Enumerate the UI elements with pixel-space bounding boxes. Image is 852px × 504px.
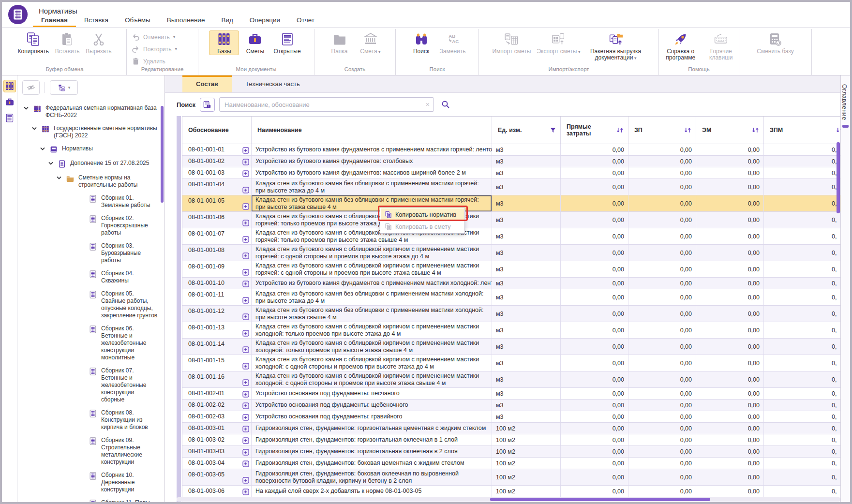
row-zpm-cell[interactable]: 0, (764, 228, 840, 244)
expand-plus-icon[interactable] (242, 170, 249, 177)
hide-panel-button[interactable] (22, 80, 40, 95)
copy-button[interactable]: Копировать (15, 30, 52, 55)
row-value-cell[interactable]: 0,00 (628, 289, 696, 305)
row-value-cell[interactable]: 0,00 (561, 388, 628, 399)
paste-button[interactable]: Вставить (52, 30, 82, 55)
expand-plus-icon[interactable] (242, 187, 249, 193)
row-value-cell[interactable]: 0,00 (628, 423, 696, 434)
row-name-cell[interactable]: Кладка стен из бутового камня с облицовк… (252, 261, 492, 277)
tab-view[interactable]: Вид (213, 14, 241, 27)
tree-node[interactable]: Сборник 01. Земляные работы (17, 192, 164, 212)
row-code-cell[interactable]: 08-01-001-03 (182, 167, 252, 178)
expand-plus-icon[interactable] (242, 236, 249, 243)
row-value-cell[interactable]: 0,00 (696, 322, 764, 338)
table-row[interactable]: 08-01-001-09Кладка стен из бутового камн… (182, 261, 840, 278)
expand-plus-icon[interactable] (242, 437, 249, 444)
row-code-cell[interactable]: 08-01-001-14 (182, 339, 252, 355)
row-zpm-cell[interactable]: 0, (764, 371, 840, 387)
export-estimate-button[interactable]: Экспорт сметы ▾ (534, 30, 583, 55)
row-zpm-cell[interactable]: 0, (764, 458, 840, 469)
row-code-cell[interactable]: 08-01-003-03 (182, 446, 252, 457)
tree-node[interactable]: Сборник 06. Бетонные и железобетонные ко… (17, 322, 164, 364)
row-unit-cell[interactable]: 100 м2 (492, 423, 561, 434)
row-value-cell[interactable]: 0,00 (696, 167, 764, 178)
row-value-cell[interactable]: 0,00 (628, 179, 696, 195)
create-folder-button[interactable]: Папка (325, 30, 355, 55)
row-unit-cell[interactable]: м3 (492, 289, 561, 305)
table-row[interactable]: 08-01-001-03Устройство из бутового камня… (182, 167, 840, 179)
row-value-cell[interactable]: 0,00 (696, 212, 764, 228)
row-name-cell[interactable]: Устройство основания под фундаменты: гра… (252, 411, 492, 422)
row-name-cell[interactable]: Устройство из бутового камня фундаментов… (252, 167, 492, 178)
row-name-cell[interactable]: Устройство из бутового камня фундаментов… (252, 278, 492, 289)
change-base-button[interactable]: Сменить базу (754, 30, 796, 55)
row-code-cell[interactable]: 08-01-003-02 (182, 434, 252, 445)
table-row[interactable]: 08-01-002-03Устройство основания под фун… (182, 411, 840, 423)
search-button[interactable]: Поиск (406, 30, 436, 55)
row-value-cell[interactable]: 0,00 (561, 371, 628, 387)
row-zpm-cell[interactable]: 0, (764, 446, 840, 457)
column-header[interactable]: Прямые затраты (561, 117, 628, 144)
column-header[interactable]: Наименование (252, 117, 492, 144)
table-row[interactable]: 08-01-001-06Кладка стен из бутового камн… (182, 212, 840, 228)
chevron-down-icon[interactable] (48, 161, 55, 167)
table-row[interactable]: 08-01-003-01Гидроизоляция стен, фундамен… (182, 423, 840, 434)
delete-button[interactable]: Удалить (132, 56, 165, 66)
column-header[interactable]: ЗП (628, 117, 696, 144)
row-name-cell[interactable]: Кладка стен из бутового камня без облицо… (252, 289, 492, 305)
row-value-cell[interactable]: 0,00 (561, 434, 628, 445)
tree-node[interactable]: Сметные нормы на строительные работы (17, 171, 164, 192)
row-value-cell[interactable]: 0,00 (628, 261, 696, 277)
row-value-cell[interactable]: 0,00 (696, 306, 764, 322)
row-value-cell[interactable]: 0,00 (561, 306, 628, 322)
rail-opened[interactable] (3, 112, 16, 124)
row-value-cell[interactable]: 0,00 (696, 179, 764, 195)
batch-export-button[interactable]: Пакетная выгрузка документации ▾ (584, 30, 648, 61)
row-value-cell[interactable]: 0,00 (628, 195, 696, 211)
expand-plus-icon[interactable] (242, 391, 249, 398)
tree-node[interactable]: Сборник 11. Полы (17, 496, 164, 502)
row-value-cell[interactable]: 0,00 (696, 411, 764, 422)
row-code-cell[interactable]: 08-01-001-10 (182, 278, 252, 289)
row-zpm-cell[interactable]: 0, (764, 144, 840, 155)
tree-node[interactable]: Сборник 08. Конструкции из кирпича и бло… (17, 406, 164, 434)
row-zpm-cell[interactable]: 0, (764, 245, 840, 261)
row-zpm-cell[interactable]: 0, (764, 469, 840, 485)
row-unit-cell[interactable]: м3 (492, 228, 561, 244)
row-name-cell[interactable]: Устройство основания под фундаменты: пес… (252, 388, 492, 399)
row-unit-cell[interactable]: 100 м2 (492, 434, 561, 445)
chevron-down-icon[interactable] (40, 146, 46, 153)
table-row[interactable]: 08-01-001-14Кладка стен из бутового камн… (182, 339, 840, 355)
tree-node[interactable]: Нормативы (17, 142, 164, 157)
horizontal-scrollbar-thumb[interactable] (490, 498, 710, 501)
expand-plus-icon[interactable] (242, 402, 249, 409)
replace-button[interactable]: ABACЗаменить (437, 30, 468, 55)
row-name-cell[interactable]: Кладка стен из бутового камня с облицовк… (252, 322, 492, 338)
expand-plus-icon[interactable] (242, 252, 249, 259)
table-row[interactable]: 08-01-001-13Кладка стен из бутового камн… (182, 322, 840, 339)
chevron-down-icon[interactable] (31, 126, 38, 133)
expand-plus-icon[interactable] (242, 147, 249, 154)
row-code-cell[interactable]: 08-01-003-06 (182, 486, 252, 497)
row-unit-cell[interactable]: м3 (492, 411, 561, 422)
row-unit-cell[interactable]: м3 (492, 400, 561, 411)
row-zpm-cell[interactable]: 0, (764, 278, 840, 289)
row-value-cell[interactable]: 0,00 (561, 339, 628, 355)
table-row[interactable]: 08-01-001-05Кладка стен из бутового камн… (182, 195, 840, 212)
table-row[interactable]: 08-01-003-03Гидроизоляция стен, фундамен… (182, 446, 840, 458)
row-code-cell[interactable]: 08-01-002-02 (182, 400, 252, 411)
row-code-cell[interactable]: 08-01-003-01 (182, 423, 252, 434)
tree-node[interactable]: Сборник 05. Свайные работы, опускные кол… (17, 287, 164, 322)
menu-copy-normative[interactable]: Копировать норматив (381, 208, 464, 221)
row-unit-cell[interactable]: м3 (492, 355, 561, 371)
row-code-cell[interactable]: 08-01-003-05 (182, 469, 252, 485)
row-value-cell[interactable]: 0,00 (628, 228, 696, 244)
row-code-cell[interactable]: 08-01-001-01 (182, 144, 252, 155)
row-zpm-cell[interactable]: 0, (764, 179, 840, 195)
expand-plus-icon[interactable] (242, 414, 249, 421)
expand-plus-icon[interactable] (242, 460, 249, 467)
create-estimate-button[interactable]: Смета ▾ (356, 30, 386, 55)
row-value-cell[interactable]: 0,00 (696, 289, 764, 305)
row-code-cell[interactable]: 08-01-001-05 (182, 195, 252, 211)
row-name-cell[interactable]: Гидроизоляция стен, фундаментов: горизон… (252, 423, 492, 434)
